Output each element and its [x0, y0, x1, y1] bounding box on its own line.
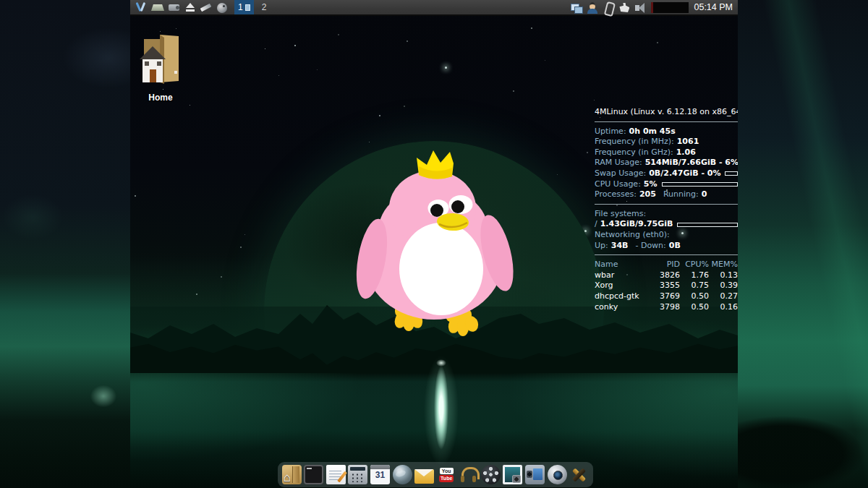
running-value: 0 — [702, 189, 707, 200]
processes-value: 205 — [639, 189, 656, 200]
workspace-1-label: 1 — [238, 2, 243, 12]
col-cpu: CPU% — [680, 260, 709, 270]
user-session-icon[interactable] — [586, 1, 599, 14]
email-icon[interactable] — [414, 469, 434, 484]
letterbox-blur-right — [738, 0, 868, 488]
uptime-value: 0h 0m 45s — [629, 127, 676, 137]
workspace-2[interactable]: 2 — [258, 0, 273, 14]
penguin-crown — [417, 150, 454, 179]
up-value: 34B — [611, 241, 629, 252]
tools-icon[interactable] — [200, 1, 213, 14]
4mlinux-menu-icon[interactable] — [135, 1, 148, 14]
proc-name: dhcpcd-gtk — [595, 291, 648, 302]
hand-pointer-icon[interactable] — [618, 1, 631, 14]
games-icon[interactable] — [569, 465, 589, 484]
freq-mhz-value: 1061 — [677, 137, 699, 147]
webcam-icon[interactable] — [548, 465, 567, 484]
desktop: 1 2 05:14 PM — [130, 0, 738, 488]
conky-separator — [595, 121, 738, 122]
taskbar-left-icons: 1 2 — [133, 0, 273, 14]
conky-title: 4MLinux (Linux v. 6.12.18 on x86_64) — [595, 107, 738, 118]
screenshot-stage: 1 2 05:14 PM — [0, 0, 868, 488]
proc-mem: 0.16 — [709, 302, 738, 313]
proc-cpu: 0.75 — [680, 281, 709, 291]
taskbar: 1 2 05:14 PM — [130, 0, 738, 16]
freq-mhz-label: Frequency (in MHz): — [595, 137, 674, 147]
penguin-drawing — [347, 145, 521, 340]
freq-ghz-value: 1.06 — [676, 147, 696, 158]
cpu-label: CPU Usage: — [595, 179, 641, 190]
youtube-logo-top: You — [440, 468, 454, 474]
ram-value: 514MiB/7.66GiB - 6% — [645, 158, 738, 168]
image-viewer-icon[interactable] — [503, 465, 522, 484]
running-label: Running: — [663, 189, 699, 200]
taskbar-tray: 05:14 PM — [569, 0, 735, 14]
music-player-icon[interactable] — [459, 465, 478, 484]
home-folder-icon — [138, 29, 183, 88]
eject-icon[interactable] — [184, 1, 197, 14]
network-icon[interactable] — [570, 1, 583, 14]
calendar-icon[interactable]: 31 — [370, 465, 390, 484]
water-light-beam — [434, 366, 448, 450]
calculator-icon[interactable] — [348, 465, 367, 484]
swap-bar — [725, 171, 738, 176]
up-label: Up: — [595, 241, 608, 252]
processes-label: Processes: — [595, 189, 637, 200]
network-header: Networking (eth0): — [595, 230, 670, 241]
proc-pid: 3769 — [648, 291, 680, 302]
workspace-1[interactable]: 1 — [234, 0, 254, 14]
paperclip-icon[interactable] — [602, 1, 615, 14]
col-mem: MEM% — [709, 260, 738, 270]
conky-separator — [595, 254, 738, 255]
fs-bar — [677, 223, 738, 227]
ram-label: RAM Usage: — [595, 158, 642, 168]
desktop-icon-home[interactable]: Home — [136, 29, 185, 103]
fs-value: 1.43GiB/9.75GiB — [600, 219, 673, 230]
youtube-icon[interactable]: You Tube — [437, 465, 456, 484]
col-pid: PID — [648, 260, 680, 270]
penguin-belly — [399, 223, 483, 315]
camera-device-icon[interactable] — [168, 1, 181, 14]
freq-ghz-label: Frequency (in GHz): — [595, 147, 673, 158]
file-manager-icon[interactable] — [282, 465, 302, 484]
filesystems-header: File systems: — [595, 209, 646, 220]
down-value: 0B — [669, 241, 681, 252]
storage-device-icon[interactable] — [150, 1, 165, 14]
youtube-logo-bottom: Tube — [439, 475, 454, 482]
uptime-label: Uptime: — [595, 127, 626, 137]
web-browser-icon[interactable] — [393, 465, 412, 484]
wbar-dock: 31 You Tube — [278, 462, 593, 487]
proc-mem: 0.39 — [709, 281, 738, 291]
system-monitor-graph[interactable] — [651, 2, 689, 13]
proc-mem: 0.27 — [709, 291, 738, 302]
proc-pid: 3355 — [648, 281, 680, 291]
taskbar-clock: 05:14 PM — [692, 2, 735, 12]
volume-dial-icon[interactable] — [216, 1, 229, 14]
proc-cpu: 0.50 — [680, 302, 709, 313]
workspace-2-label: 2 — [262, 2, 267, 12]
letterbox-blur-left — [0, 0, 130, 488]
terminal-icon[interactable] — [304, 465, 323, 484]
col-name: Name — [595, 260, 648, 270]
proc-name: wbar — [595, 270, 648, 281]
desktop-icon-home-label: Home — [136, 93, 185, 103]
calendar-day-label: 31 — [370, 470, 390, 480]
down-label: - Down: — [635, 241, 665, 252]
speaker-icon[interactable] — [634, 1, 647, 14]
video-player-icon[interactable] — [481, 465, 501, 484]
process-table: Name PID CPU% MEM% wbar 3826 1.76 0.13 X… — [595, 260, 738, 312]
conky-system-monitor: 4MLinux (Linux v. 6.12.18 on x86_64) Upt… — [595, 107, 738, 312]
cpu-bar — [662, 182, 738, 187]
distant-light — [436, 359, 446, 367]
proc-cpu: 0.50 — [680, 291, 709, 302]
swap-label: Swap Usage: — [595, 168, 646, 179]
video-camera-icon[interactable] — [525, 465, 545, 484]
proc-name: conky — [595, 302, 648, 313]
fs-mount: / — [595, 219, 597, 230]
proc-name: Xorg — [595, 281, 648, 291]
text-editor-icon[interactable] — [326, 465, 346, 484]
penguin-wallpaper-graphic — [347, 145, 521, 340]
proc-mem: 0.13 — [709, 270, 738, 281]
conky-separator — [595, 204, 738, 205]
swap-value: 0B/2.47GiB - 0% — [649, 168, 720, 179]
